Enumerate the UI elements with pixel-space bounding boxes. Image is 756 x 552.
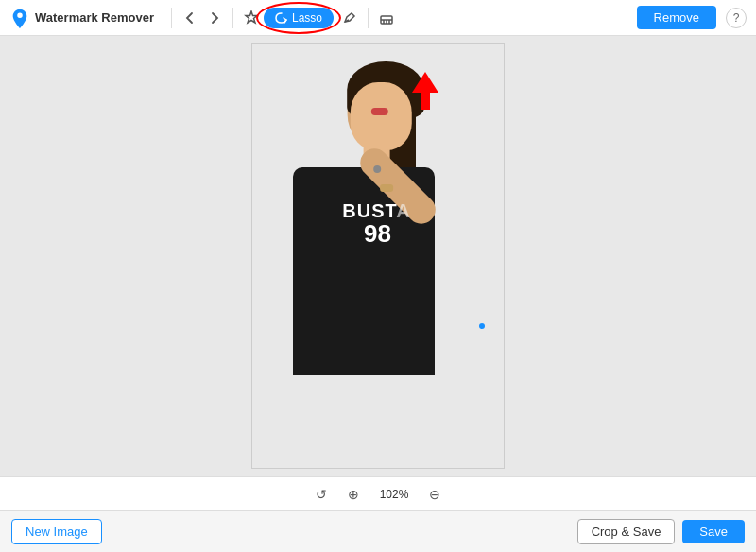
back-button[interactable]	[178, 8, 202, 28]
remove-button[interactable]: Remove	[637, 6, 716, 29]
zoom-level: 102%	[375, 488, 413, 501]
eraser-tool-button[interactable]	[374, 8, 399, 28]
back-icon	[182, 10, 198, 26]
lasso-label: Lasso	[292, 11, 322, 25]
shirt-number: 98	[364, 219, 391, 249]
app-logo: Watermark Remover	[9, 8, 154, 28]
blue-dot-annotation	[479, 323, 485, 329]
lasso-icon	[275, 11, 288, 25]
save-label: Save	[699, 525, 728, 539]
zoom-in-button[interactable]: ⊕	[343, 485, 364, 504]
toolbar-separator-3	[368, 8, 369, 28]
new-image-label: New Image	[26, 525, 88, 539]
app-logo-icon	[9, 8, 30, 28]
lasso-button-container: Lasso	[264, 8, 334, 28]
app-title: Watermark Remover	[35, 10, 154, 25]
pen-icon	[342, 10, 357, 26]
new-image-button[interactable]: New Image	[11, 519, 102, 544]
crop-save-label: Crop & Save	[592, 525, 662, 539]
bottom-bar: New Image Crop & Save Save	[0, 510, 756, 552]
watch	[380, 184, 393, 192]
forward-icon	[207, 10, 222, 26]
forward-button[interactable]	[202, 8, 227, 28]
main-canvas-area: BUSTA 98	[0, 36, 756, 476]
crop-save-button[interactable]: Crop & Save	[577, 519, 676, 544]
zoom-in-icon: ⊕	[348, 487, 359, 502]
person-figure: BUSTA 98	[252, 44, 504, 468]
image-canvas: BUSTA 98	[251, 43, 505, 469]
lasso-button[interactable]: Lasso	[264, 8, 334, 28]
star-icon	[244, 10, 259, 26]
zoom-out-icon: ⊖	[429, 487, 440, 502]
lips	[371, 108, 388, 115]
pen-tool-button[interactable]	[337, 8, 362, 28]
zoom-bar: ↺ ⊕ 102% ⊖	[0, 476, 756, 510]
eraser-icon	[379, 10, 394, 26]
help-button[interactable]: ?	[726, 8, 747, 28]
toolbar-separator-1	[171, 8, 172, 28]
face	[351, 82, 412, 150]
toolbar-separator-2	[232, 8, 233, 28]
zoom-out-button[interactable]: ⊖	[424, 485, 445, 504]
zoom-reset-button[interactable]: ↺	[311, 485, 332, 504]
toolbar: Watermark Remover Lasso	[0, 0, 756, 36]
zoom-reset-icon: ↺	[316, 487, 327, 502]
necklace	[373, 165, 381, 173]
star-tool-button[interactable]	[239, 8, 264, 28]
save-button[interactable]: Save	[682, 520, 745, 543]
